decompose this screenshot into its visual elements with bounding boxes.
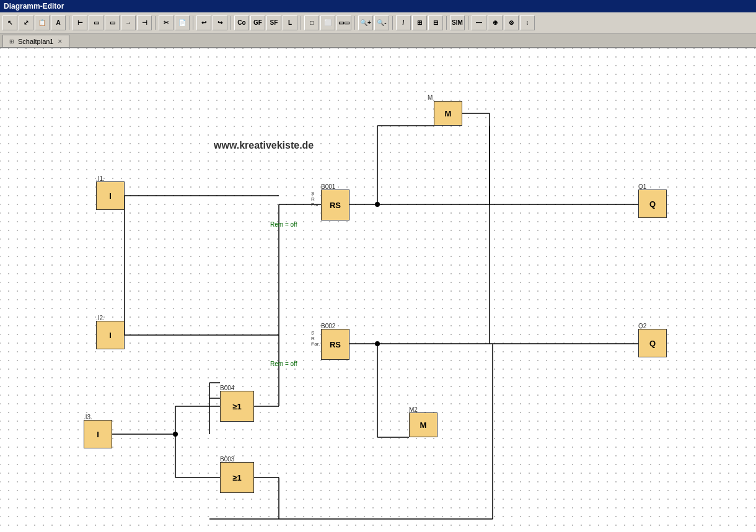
block-I2-label: I	[109, 331, 112, 340]
tool-btn-t11[interactable]: ⊗	[504, 15, 519, 30]
tool-btn-rect[interactable]: □	[304, 15, 319, 30]
block-OR2-sublabel: B003	[220, 456, 234, 463]
block-RS1-sublabel: B001	[321, 183, 335, 190]
wires-layer	[0, 48, 756, 532]
block-Q1-label: Q	[649, 199, 656, 209]
block-I1-label: I	[109, 191, 112, 201]
tool-btn-t12[interactable]: ↕	[520, 15, 535, 30]
tool-btn-t8[interactable]: ⊟	[428, 15, 443, 30]
canvas-area[interactable]: www.kreativekiste.de	[0, 48, 756, 532]
block-RS2[interactable]: RS	[321, 329, 349, 360]
tool-btn-t7[interactable]: ⊞	[412, 15, 427, 30]
toolbar-separator	[231, 16, 231, 30]
watermark: www.kreativekiste.de	[214, 140, 314, 151]
block-I2[interactable]: I	[96, 321, 125, 349]
tool-btn-text[interactable]: A	[51, 15, 66, 30]
toolbar-separator	[446, 16, 447, 30]
tool-btn-t4[interactable]: →	[121, 15, 136, 30]
block-Q2-label: Q	[649, 339, 656, 348]
tool-btn-t9[interactable]: —	[472, 15, 486, 30]
tool-btn-t6[interactable]: ▭▭	[336, 15, 351, 30]
junction-j1	[375, 202, 380, 207]
toolbar-separator	[69, 16, 69, 30]
block-I1[interactable]: I	[96, 181, 125, 210]
toolbar: ↖⤢📋A⊢▭▭→⊣✂📄↩↪CoGFSFL□⬜▭▭🔍+🔍-/⊞⊟SIM—⊕⊗↕	[0, 12, 756, 33]
block-I3-label: I	[97, 430, 99, 439]
block-I3[interactable]: I	[84, 420, 112, 448]
tab-schaltplan1[interactable]: ⊞ Schaltplan1 ✕	[2, 35, 69, 47]
tool-btn-l[interactable]: L	[283, 15, 297, 30]
toolbar-separator	[392, 16, 393, 30]
block-M2[interactable]: M	[409, 412, 437, 437]
block-I1-sublabel: .I1.	[96, 175, 105, 182]
rem-label-1: Rem = off	[270, 221, 297, 228]
block-RS1-ports: SRPar.	[311, 191, 320, 207]
toolbar-separator	[354, 16, 355, 30]
toolbar-separator	[468, 16, 468, 30]
tab-bar: ⊞ Schaltplan1 ✕	[0, 33, 756, 48]
tool-btn-select[interactable]: ↖	[2, 15, 17, 30]
rem-label-2: Rem = off	[270, 360, 297, 367]
title-text: Diagramm-Editor	[4, 2, 64, 11]
tool-btn-t2[interactable]: ▭	[89, 15, 103, 30]
tool-btn-wire[interactable]: /	[396, 15, 411, 30]
block-Q2[interactable]: Q	[638, 329, 667, 357]
block-RS1-label: RS	[330, 201, 341, 210]
tool-btn-zoom-in[interactable]: 🔍+	[358, 15, 373, 30]
block-OR2-label: ≥1	[232, 473, 241, 482]
block-RS2-label: RS	[330, 340, 341, 349]
tool-btn-t10[interactable]: ⊕	[488, 15, 503, 30]
tool-btn-t3[interactable]: ▭	[105, 15, 120, 30]
tool-btn-redo[interactable]: ↪	[213, 15, 227, 30]
tab-icon: ⊞	[9, 38, 14, 45]
tool-btn-co[interactable]: Co	[234, 15, 249, 30]
tool-btn-sf[interactable]: SF	[266, 15, 281, 30]
block-Q1-sublabel: Q1	[638, 183, 646, 190]
tool-btn-paste[interactable]: 📄	[175, 15, 190, 30]
block-M1-sublabel: M	[428, 94, 433, 101]
block-I3-sublabel: .I3.	[84, 414, 92, 421]
tool-btn-move[interactable]: ⤢	[19, 15, 33, 30]
toolbar-separator	[155, 16, 156, 30]
title-bar: Diagramm-Editor	[0, 0, 756, 12]
tab-close-button[interactable]: ✕	[58, 38, 63, 45]
tool-btn-copy[interactable]: 📋	[35, 15, 50, 30]
block-M1[interactable]: M	[434, 101, 462, 126]
tool-btn-sim[interactable]: SIM	[450, 15, 465, 30]
block-OR2[interactable]: ≥1	[220, 462, 254, 493]
block-OR1[interactable]: ≥1	[220, 391, 254, 422]
tool-btn-t1[interactable]: ⊢	[73, 15, 87, 30]
block-I2-sublabel: .I2.	[96, 315, 105, 321]
junction-j2	[375, 341, 380, 346]
tool-btn-undo[interactable]: ↩	[196, 15, 211, 30]
block-RS1[interactable]: RS	[321, 190, 349, 220]
block-RS2-ports: SRPar.	[311, 330, 320, 347]
block-M2-label: M	[420, 421, 427, 430]
tab-label: Schaltplan1	[18, 38, 54, 45]
block-M2-sublabel: M2	[409, 406, 418, 413]
tool-btn-cut[interactable]: ✂	[159, 15, 174, 30]
tool-btn-zoom-out[interactable]: 🔍-	[374, 15, 389, 30]
block-OR1-sublabel: B004	[220, 385, 234, 391]
block-Q2-sublabel: Q2	[638, 323, 646, 329]
toolbar-separator	[301, 16, 301, 30]
tool-btn-dbl[interactable]: ⬜	[320, 15, 335, 30]
toolbar-separator	[193, 16, 193, 30]
junction-j3	[173, 432, 178, 437]
block-Q1[interactable]: Q	[638, 190, 667, 218]
tool-btn-t5[interactable]: ⊣	[137, 15, 152, 30]
block-M1-label: M	[445, 109, 452, 118]
block-RS2-sublabel: B002	[321, 323, 335, 329]
block-OR1-label: ≥1	[232, 402, 241, 411]
tool-btn-gf[interactable]: GF	[250, 15, 265, 30]
